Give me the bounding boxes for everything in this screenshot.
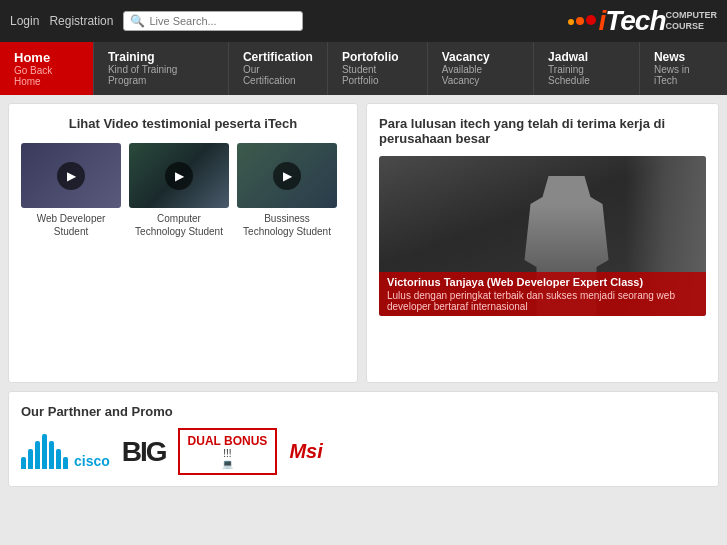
logo-sub: COMPUTER COURSE bbox=[666, 10, 718, 32]
video-label-2: Computer Technology Student bbox=[129, 212, 229, 238]
partner-section: Our Parthner and Promo cisco BIG DUAL BO… bbox=[8, 391, 719, 487]
dual-bonus-title: DUAL BONUS bbox=[188, 434, 268, 448]
video-thumb-2[interactable]: ▶ bbox=[129, 143, 229, 208]
logo-brand: iTech bbox=[598, 5, 665, 37]
play-button-1[interactable]: ▶ bbox=[57, 162, 85, 190]
partner-title: Our Parthner and Promo bbox=[21, 404, 706, 419]
right-panel: Para lulusan itech yang telah di terima … bbox=[366, 103, 719, 383]
search-input[interactable] bbox=[149, 15, 296, 27]
cisco-logo: cisco bbox=[21, 434, 110, 469]
big-logo-text: BIG bbox=[122, 436, 166, 468]
video-item-3: ▶ Bussiness Technology Student bbox=[237, 143, 337, 238]
video-label-1: Web Developer Student bbox=[21, 212, 121, 238]
logo-text: iTech bbox=[598, 5, 665, 37]
top-bar: Login Registration 🔍 iTech COMPUTER COUR… bbox=[0, 0, 727, 42]
video-thumb-3[interactable]: ▶ bbox=[237, 143, 337, 208]
video-thumb-1[interactable]: ▶ bbox=[21, 143, 121, 208]
video-label-3: Bussiness Technology Student bbox=[237, 212, 337, 238]
nav-item-certification[interactable]: Certification Our Certification bbox=[228, 42, 327, 95]
nav-item-news[interactable]: News News in iTech bbox=[639, 42, 727, 95]
msi-logo-text: Msi bbox=[289, 440, 322, 463]
partner-logo-dualbonus: DUAL BONUS !!! 💻 bbox=[178, 429, 278, 474]
play-button-3[interactable]: ▶ bbox=[273, 162, 301, 190]
logo-area: iTech COMPUTER COURSE bbox=[568, 5, 717, 37]
laptop-icon: 💻 bbox=[188, 459, 268, 469]
main-video[interactable]: Victorinus Tanjaya (Web Developer Expert… bbox=[379, 156, 706, 316]
video-item-2: ▶ Computer Technology Student bbox=[129, 143, 229, 238]
caption-desc: Lulus dengan peringkat terbaik dan sukse… bbox=[387, 290, 698, 312]
right-panel-title: Para lulusan itech yang telah di terima … bbox=[379, 116, 706, 146]
partner-logo-big: BIG bbox=[122, 429, 166, 474]
play-button-2[interactable]: ▶ bbox=[165, 162, 193, 190]
main-nav: Home Go Back Home Training Kind of Train… bbox=[0, 42, 727, 95]
search-icon: 🔍 bbox=[130, 14, 145, 28]
partner-logo-cisco: cisco bbox=[21, 429, 110, 474]
nav-item-jadwal[interactable]: Jadwal Training Schedule bbox=[533, 42, 639, 95]
video-grid: ▶ Web Developer Student ▶ Computer Techn… bbox=[21, 143, 345, 238]
logo-dots bbox=[568, 15, 596, 25]
partner-logo-msi: Msi bbox=[289, 429, 322, 474]
dual-bonus-box: DUAL BONUS !!! 💻 bbox=[178, 428, 278, 475]
main-content: Lihat Video testimonial peserta iTech ▶ … bbox=[0, 95, 727, 391]
nav-item-portofolio[interactable]: Portofolio Student Portfolio bbox=[327, 42, 427, 95]
video-item-1: ▶ Web Developer Student bbox=[21, 143, 121, 238]
registration-link[interactable]: Registration bbox=[49, 14, 113, 28]
nav-item-training[interactable]: Training Kind of Training Program bbox=[93, 42, 228, 95]
left-panel-title: Lihat Video testimonial peserta iTech bbox=[21, 116, 345, 131]
caption-title: Victorinus Tanjaya (Web Developer Expert… bbox=[387, 276, 698, 288]
nav-item-vacancy[interactable]: Vacancy Available Vacancy bbox=[427, 42, 533, 95]
left-panel: Lihat Video testimonial peserta iTech ▶ … bbox=[8, 103, 358, 383]
login-link[interactable]: Login bbox=[10, 14, 39, 28]
dual-bonus-sub: !!! bbox=[188, 448, 268, 459]
video-caption-bar: Victorinus Tanjaya (Web Developer Expert… bbox=[379, 272, 706, 316]
nav-home[interactable]: Home Go Back Home bbox=[0, 42, 93, 95]
partner-logos: cisco BIG DUAL BONUS !!! 💻 Msi bbox=[21, 429, 706, 474]
search-box: 🔍 bbox=[123, 11, 303, 31]
